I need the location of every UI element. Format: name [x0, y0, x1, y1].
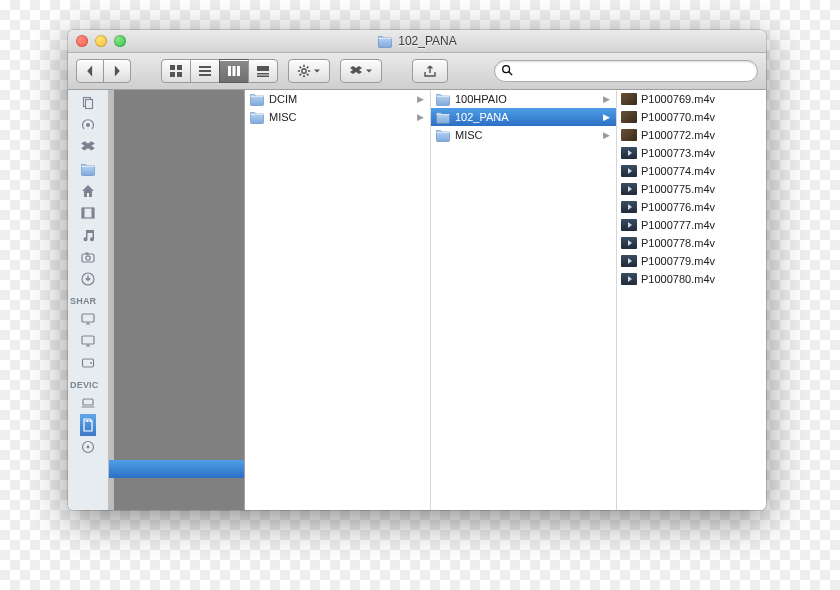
file-row[interactable]: P1000774.m4v	[617, 162, 766, 180]
chevron-right-icon: ▶	[603, 94, 610, 104]
zoom-button[interactable]	[114, 35, 126, 47]
sidebar-item-pictures[interactable]	[80, 246, 96, 268]
file-row[interactable]: MISC▶	[431, 126, 616, 144]
sidebar-item-desktop[interactable]	[80, 158, 96, 180]
folder-icon	[435, 127, 451, 143]
close-button[interactable]	[76, 35, 88, 47]
film-icon	[80, 205, 96, 221]
back-button[interactable]	[76, 59, 104, 83]
documents-icon	[80, 95, 96, 111]
view-switcher	[161, 59, 278, 83]
folder-icon	[435, 91, 451, 107]
file-row[interactable]: P1000777.m4v	[617, 216, 766, 234]
chevron-right-icon: ▶	[603, 130, 610, 140]
folder-icon	[435, 109, 451, 125]
file-row[interactable]: P1000773.m4v	[617, 144, 766, 162]
downloads-icon	[80, 271, 96, 287]
sidebar-item-dropbox[interactable]	[80, 136, 96, 158]
file-name: P1000776.m4v	[641, 201, 762, 213]
imac-icon	[80, 311, 96, 327]
chevron-right-icon: ▶	[603, 112, 610, 122]
sidebar-item-disc[interactable]	[80, 436, 96, 458]
sidebar-item-server[interactable]	[80, 352, 96, 374]
file-row[interactable]: MISC▶	[245, 108, 430, 126]
view-list-button[interactable]	[190, 59, 220, 83]
chevron-right-icon: ▶	[417, 112, 424, 122]
file-name: 102_PANA	[455, 111, 599, 123]
view-coverflow-button[interactable]	[248, 59, 278, 83]
file-name: 100HPAIO	[455, 93, 599, 105]
file-row[interactable]: 102_PANA▶	[431, 108, 616, 126]
file-name: DCIM	[269, 93, 413, 105]
toolbar	[68, 53, 766, 90]
file-row[interactable]: P1000772.m4v	[617, 126, 766, 144]
file-name: MISC	[455, 129, 599, 141]
dropbox-icon	[80, 139, 96, 155]
forward-button[interactable]	[103, 59, 131, 83]
file-name: P1000777.m4v	[641, 219, 762, 231]
file-row[interactable]: P1000776.m4v	[617, 198, 766, 216]
file-name: P1000779.m4v	[641, 255, 762, 267]
file-row[interactable]: P1000779.m4v	[617, 252, 766, 270]
view-icons-button[interactable]	[161, 59, 191, 83]
sd-icon	[80, 417, 96, 433]
minimize-button[interactable]	[95, 35, 107, 47]
drive-icon	[80, 355, 96, 371]
sidebar-item-music[interactable]	[80, 224, 96, 246]
titlebar[interactable]: 102_PANA	[68, 30, 766, 53]
sidebar-item-macbook[interactable]	[80, 392, 96, 414]
disc-icon	[80, 439, 96, 455]
nav-buttons	[76, 59, 131, 83]
music-icon	[80, 227, 96, 243]
sidebar-shared-header: SHAR	[68, 290, 109, 308]
sidebar-item-movies[interactable]	[80, 202, 96, 224]
file-row[interactable]: P1000780.m4v	[617, 270, 766, 288]
sidebar-item-sd-card[interactable]	[80, 414, 96, 436]
column-2: 100HPAIO▶102_PANA▶MISC▶	[431, 90, 617, 510]
column-0-volume[interactable]	[109, 90, 245, 510]
video-thumb-icon	[621, 201, 637, 213]
file-name: P1000769.m4v	[641, 93, 762, 105]
laptop-icon	[80, 395, 96, 411]
column-1: DCIM▶MISC▶	[245, 90, 431, 510]
folder-icon	[249, 91, 265, 107]
file-name: MISC	[269, 111, 413, 123]
video-thumb-icon	[621, 255, 637, 267]
search-input[interactable]	[494, 60, 758, 82]
file-row[interactable]: 100HPAIO▶	[431, 90, 616, 108]
sidebar-devices-header: DEVIC	[68, 374, 109, 392]
sidebar-item-airdrop[interactable]	[80, 114, 96, 136]
file-name: P1000773.m4v	[641, 147, 762, 159]
file-name: P1000778.m4v	[641, 237, 762, 249]
scrollbar[interactable]	[109, 90, 114, 510]
share-button[interactable]	[412, 59, 448, 83]
file-row[interactable]: P1000775.m4v	[617, 180, 766, 198]
file-name: P1000770.m4v	[641, 111, 762, 123]
sidebar: SHAR DEVIC	[68, 90, 109, 510]
video-thumb-icon	[621, 273, 637, 285]
file-row[interactable]: DCIM▶	[245, 90, 430, 108]
sidebar-item-mac2[interactable]	[80, 330, 96, 352]
sidebar-item-downloads[interactable]	[80, 268, 96, 290]
video-thumb-icon	[621, 165, 637, 177]
window-title-text: 102_PANA	[398, 34, 456, 48]
file-row[interactable]: P1000770.m4v	[617, 108, 766, 126]
imac-icon	[80, 333, 96, 349]
chevron-right-icon: ▶	[417, 94, 424, 104]
video-thumb-icon	[621, 147, 637, 159]
dropbox-menu-button[interactable]	[340, 59, 382, 83]
sidebar-item-mac1[interactable]	[80, 308, 96, 330]
video-thumb-icon	[621, 219, 637, 231]
view-columns-button[interactable]	[219, 59, 249, 83]
file-row[interactable]: P1000769.m4v	[617, 90, 766, 108]
camera-icon	[80, 249, 96, 265]
traffic-lights	[76, 35, 126, 47]
folder-icon	[249, 109, 265, 125]
file-name: P1000774.m4v	[641, 165, 762, 177]
finder-window: 102_PANA	[68, 30, 766, 510]
sidebar-item-home[interactable]	[80, 180, 96, 202]
search-field[interactable]	[494, 60, 758, 82]
file-row[interactable]: P1000778.m4v	[617, 234, 766, 252]
sidebar-item-all-files[interactable]	[80, 92, 96, 114]
action-menu-button[interactable]	[288, 59, 330, 83]
